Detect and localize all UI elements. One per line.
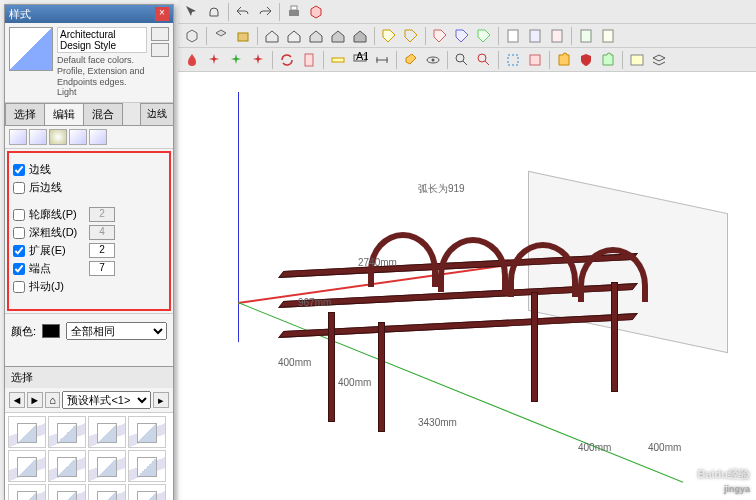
style-thumb[interactable] [88, 484, 126, 500]
dim-400d: 400mm [648, 442, 681, 453]
tool-print[interactable] [284, 2, 304, 22]
preset-select[interactable]: 预设样式<1> [62, 391, 151, 409]
style-update-button[interactable] [151, 27, 169, 41]
tool-layers[interactable] [649, 50, 669, 70]
tool-tag4[interactable] [452, 26, 472, 46]
tool-component[interactable] [211, 26, 231, 46]
svg-point-15 [478, 54, 486, 62]
checkbox-extension[interactable] [13, 245, 25, 257]
input-endpoints[interactable]: 7 [89, 261, 115, 276]
tool-tag1[interactable] [379, 26, 399, 46]
tool-house2[interactable] [284, 26, 304, 46]
model-mode-icon[interactable] [89, 129, 107, 145]
tool-model-red[interactable] [306, 2, 326, 22]
input-depth[interactable]: 4 [89, 225, 115, 240]
tool-prop[interactable] [627, 50, 647, 70]
style-name-field[interactable]: Architectural Design Style [57, 27, 147, 53]
tool-shield[interactable] [576, 50, 596, 70]
tool-eye[interactable] [423, 50, 443, 70]
checkbox-backedges[interactable] [13, 182, 25, 194]
tool-puzzle1[interactable] [554, 50, 574, 70]
bg-mode-icon[interactable] [49, 129, 67, 145]
tool-tape[interactable] [328, 50, 348, 70]
tool-redo[interactable] [255, 2, 275, 22]
tool-pan[interactable] [204, 2, 224, 22]
tool-sheet4[interactable] [576, 26, 596, 46]
model-arch [438, 237, 508, 292]
svg-rect-6 [581, 30, 591, 42]
watermark-mode-icon[interactable] [69, 129, 87, 145]
tool-zoom2[interactable] [474, 50, 494, 70]
input-extension[interactable]: 2 [89, 243, 115, 258]
tool-cursor[interactable] [182, 2, 202, 22]
style-thumb[interactable] [48, 416, 86, 448]
tool-spark1[interactable] [204, 50, 224, 70]
checkbox-depth[interactable] [13, 227, 25, 239]
tool-select-s[interactable] [525, 50, 545, 70]
tab-edit[interactable]: 编辑 [44, 103, 84, 125]
tool-sheet3[interactable] [547, 26, 567, 46]
tool-house1[interactable] [262, 26, 282, 46]
input-profile[interactable]: 2 [89, 207, 115, 222]
tool-text[interactable]: A1 [350, 50, 370, 70]
panel-title-text: 样式 [9, 5, 31, 23]
dim-2740: 2740mm [358, 257, 397, 268]
style-thumbnail [9, 27, 53, 71]
tool-house5[interactable] [350, 26, 370, 46]
style-thumb[interactable] [128, 484, 166, 500]
nav-back-button[interactable]: ◄ [9, 392, 25, 408]
tool-bucket[interactable] [401, 50, 421, 70]
panel-titlebar[interactable]: 样式 × [5, 5, 173, 23]
tool-house3[interactable] [306, 26, 326, 46]
close-icon[interactable]: × [155, 7, 169, 21]
tool-refresh[interactable] [277, 50, 297, 70]
tool-spark2[interactable] [226, 50, 246, 70]
tool-box[interactable] [233, 26, 253, 46]
tool-tag3[interactable] [430, 26, 450, 46]
tool-select-rect[interactable] [503, 50, 523, 70]
style-new-button[interactable] [151, 43, 169, 57]
tool-sheet1[interactable] [503, 26, 523, 46]
tool-sheet2[interactable] [525, 26, 545, 46]
dim-arc: 弧长为919 [418, 182, 465, 196]
style-thumb[interactable] [48, 484, 86, 500]
nav-home-button[interactable]: ⌂ [45, 392, 61, 408]
tool-zoom[interactable] [452, 50, 472, 70]
tool-spark3[interactable] [248, 50, 268, 70]
checkbox-profile[interactable] [13, 209, 25, 221]
style-thumb[interactable] [88, 450, 126, 482]
tool-dim[interactable] [372, 50, 392, 70]
nav-fwd-button[interactable]: ► [27, 392, 43, 408]
style-thumb[interactable] [8, 450, 46, 482]
tab-mix[interactable]: 混合 [83, 103, 123, 125]
tool-house4[interactable] [328, 26, 348, 46]
viewport-3d[interactable]: 弧长为919 2740mm 967mm 400mm 400mm 3430mm 4… [178, 72, 756, 500]
color-mode-select[interactable]: 全部相同 [66, 322, 167, 340]
tool-tag2[interactable] [401, 26, 421, 46]
nav-menu-button[interactable]: ▸ [153, 392, 169, 408]
tab-select[interactable]: 选择 [5, 103, 45, 125]
svg-rect-18 [631, 55, 643, 65]
tool-tag5[interactable] [474, 26, 494, 46]
style-thumb[interactable] [48, 450, 86, 482]
tool-sheet5[interactable] [598, 26, 618, 46]
tool-drop-red[interactable] [182, 50, 202, 70]
face-mode-icon[interactable] [29, 129, 47, 145]
style-thumb[interactable] [8, 416, 46, 448]
style-thumb[interactable] [128, 450, 166, 482]
style-thumb[interactable] [128, 416, 166, 448]
style-description: Default face colors. Profile, Extension … [57, 55, 147, 98]
svg-point-14 [456, 54, 464, 62]
color-swatch[interactable] [42, 324, 60, 338]
tool-doc-r[interactable] [299, 50, 319, 70]
edge-mode-icon[interactable] [9, 129, 27, 145]
checkbox-jitter[interactable] [13, 281, 25, 293]
tool-puzzle2[interactable] [598, 50, 618, 70]
style-thumb[interactable] [88, 416, 126, 448]
tool-undo[interactable] [233, 2, 253, 22]
style-thumb[interactable] [8, 484, 46, 500]
checkbox-endpoints[interactable] [13, 263, 25, 275]
checkbox-edges[interactable] [13, 164, 25, 176]
label-profile: 轮廓线(P) [29, 207, 85, 222]
tool-iso[interactable] [182, 26, 202, 46]
